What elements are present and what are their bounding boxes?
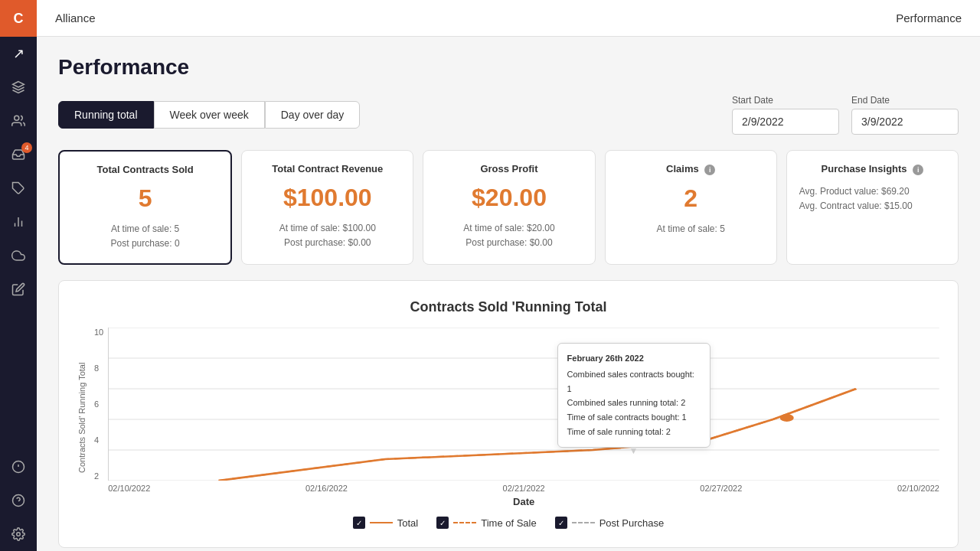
sidebar-item-settings[interactable]: [0, 517, 37, 551]
x-axis-labels: 02/10/2022 02/16/2022 02/21/2022 02/27/2…: [108, 481, 939, 493]
legend-time-of-sale: ✓ Time of Sale: [436, 517, 537, 529]
card-gross-profit-value: $20.00: [472, 184, 547, 212]
card-contracts-sold-details: At time of sale: 5Post purchase: 0: [111, 222, 180, 251]
card-gross-profit: Gross Profit $20.00 At time of sale: $20…: [423, 150, 595, 265]
card-contracts-sold-value: 5: [139, 184, 152, 213]
tooltip-date: February 26th 2022: [567, 351, 701, 366]
tooltip-line4: Time of sale running total: 2: [567, 425, 701, 439]
card-gross-profit-details: At time of sale: $20.00Post purchase: $0…: [463, 221, 554, 250]
card-contract-revenue-title: Total Contract Revenue: [272, 163, 383, 174]
chart-inner: February 26th 2022 Combined sales contra…: [108, 328, 939, 507]
app-logo[interactable]: C: [0, 0, 37, 37]
x-label-2: 02/16/2022: [305, 484, 348, 493]
tooltip-line2: Combined sales running total: 2: [567, 396, 701, 410]
tooltip-line1: Combined sales contracts bought: 1: [567, 367, 701, 396]
end-date-input[interactable]: [851, 109, 959, 135]
y-tick-labels: 2 4 6 8 10: [90, 328, 108, 481]
date-group: Start Date End Date: [732, 95, 959, 135]
chart-tooltip: February 26th 2022 Combined sales contra…: [557, 343, 710, 447]
legend-time-line: [453, 522, 476, 523]
main-content: Performance Running total Week over week…: [37, 37, 980, 551]
card-contract-revenue: Total Contract Revenue $100.00 At time o…: [241, 150, 413, 265]
tooltip-line3: Time of sale contracts bought: 1: [567, 410, 701, 425]
end-date-field: End Date: [851, 95, 959, 135]
card-claims-value: 2: [684, 184, 697, 213]
claims-info-icon[interactable]: i: [704, 165, 715, 175]
sidebar-item-performance[interactable]: ↗: [0, 37, 37, 70]
chart-container: Contracts Sold 'Running Total Contracts …: [58, 280, 959, 548]
end-date-label: End Date: [851, 95, 959, 106]
chart-legend: ✓ Total ✓ Time of Sale ✓ Post Purchase: [77, 517, 939, 529]
svg-marker-0: [13, 82, 24, 88]
page-title: Performance: [58, 55, 959, 80]
chart-wrap: Contracts Sold' Running Total 2 4 6 8 10…: [77, 328, 939, 507]
card-contracts-sold: Total Contracts Sold 5 At time of sale: …: [58, 150, 232, 265]
card-gross-profit-title: Gross Profit: [480, 163, 537, 174]
legend-time-checkbox[interactable]: ✓: [436, 517, 449, 529]
topbar: Alliance Performance: [37, 0, 980, 37]
x-label-5: 02/10/2022: [897, 484, 939, 493]
legend-post-purchase: ✓ Post Purchase: [555, 517, 665, 529]
legend-post-label: Post Purchase: [599, 517, 665, 529]
chart-title: Contracts Sold 'Running Total: [77, 299, 939, 315]
legend-time-label: Time of Sale: [481, 517, 537, 529]
legend-post-checkbox[interactable]: ✓: [555, 517, 567, 529]
start-date-input[interactable]: [732, 109, 839, 135]
cards-row: Total Contracts Sold 5 At time of sale: …: [58, 150, 959, 265]
sidebar-item-edit[interactable]: [0, 272, 37, 306]
x-label-3: 02/21/2022: [503, 484, 545, 493]
card-purchase-insights-title: Purchase Insights i: [822, 163, 924, 175]
legend-total-label: Total: [397, 517, 418, 529]
chart-dot: [780, 414, 794, 422]
card-contracts-sold-title: Total Contracts Sold: [97, 164, 194, 175]
card-contract-revenue-value: $100.00: [283, 184, 372, 212]
svg-point-1: [15, 116, 19, 120]
sidebar: C ↗ 4: [0, 0, 37, 551]
card-claims-title: Claims i: [666, 163, 715, 175]
topbar-page-name: Performance: [896, 11, 962, 24]
legend-total: ✓ Total: [353, 517, 418, 529]
sidebar-item-inbox[interactable]: 4: [0, 138, 37, 171]
topbar-app-name: Alliance: [55, 11, 96, 24]
legend-post-line: [572, 522, 595, 523]
sidebar-item-cloud[interactable]: [0, 239, 37, 272]
x-axis-title: Date: [108, 496, 939, 507]
start-date-field: Start Date: [732, 95, 839, 135]
card-contract-revenue-details: At time of sale: $100.00Post purchase: $…: [279, 221, 376, 250]
y-axis-label: Contracts Sold' Running Total: [77, 328, 87, 507]
card-purchase-insights: Purchase Insights i Avg. Product value: …: [786, 150, 959, 265]
sidebar-item-tags[interactable]: [0, 171, 37, 205]
legend-total-checkbox[interactable]: ✓: [353, 517, 365, 529]
tab-week-over-week[interactable]: Week over week: [154, 101, 265, 129]
inbox-badge: 4: [21, 142, 32, 153]
sidebar-item-help[interactable]: [0, 484, 37, 517]
svg-point-11: [17, 533, 21, 536]
sidebar-item-alerts[interactable]: [0, 450, 37, 484]
start-date-label: Start Date: [732, 95, 839, 106]
controls-row: Running total Week over week Day over da…: [58, 95, 959, 135]
x-label-1: 02/10/2022: [108, 484, 150, 493]
card-purchase-insights-details: Avg. Product value: $69.20Avg. Contract …: [799, 184, 946, 214]
purchase-insights-info-icon[interactable]: i: [913, 165, 923, 175]
chart-svg-area: February 26th 2022 Combined sales contra…: [108, 328, 939, 481]
sidebar-item-users[interactable]: [0, 104, 37, 138]
card-claims: Claims i 2 At time of sale: 5: [605, 150, 777, 265]
tab-group: Running total Week over week Day over da…: [58, 101, 360, 129]
sidebar-item-reports[interactable]: [0, 205, 37, 239]
x-label-4: 02/27/2022: [700, 484, 742, 493]
tab-day-over-day[interactable]: Day over day: [265, 101, 360, 129]
tab-running-total[interactable]: Running total: [58, 101, 154, 129]
sidebar-item-layers[interactable]: [0, 70, 37, 104]
card-claims-details: At time of sale: 5: [657, 222, 725, 236]
legend-total-line: [370, 522, 393, 523]
chart-svg: [108, 328, 939, 481]
